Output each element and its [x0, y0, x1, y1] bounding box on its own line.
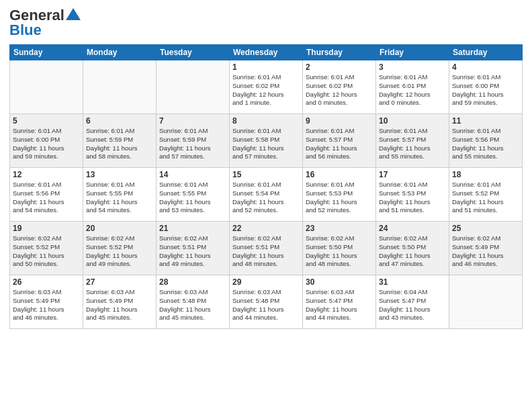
calendar-cell: 9Sunrise: 6:01 AM Sunset: 5:57 PM Daylig…	[303, 114, 376, 168]
day-number: 22	[232, 224, 300, 233]
day-info: Sunrise: 6:01 AM Sunset: 5:53 PM Dayligh…	[379, 181, 446, 215]
day-number: 9	[306, 116, 373, 126]
logo-icon	[66, 8, 81, 20]
calendar-cell: 7Sunrise: 6:01 AM Sunset: 5:59 PM Daylig…	[157, 114, 230, 168]
calendar-week-1: 1Sunrise: 6:01 AM Sunset: 6:02 PM Daylig…	[10, 60, 523, 114]
day-number: 29	[232, 277, 300, 287]
day-info: Sunrise: 6:01 AM Sunset: 6:02 PM Dayligh…	[232, 73, 300, 107]
calendar-cell: 17Sunrise: 6:01 AM Sunset: 5:53 PM Dayli…	[376, 168, 449, 222]
weekday-header-wednesday: Wednesday	[230, 45, 303, 60]
day-number: 24	[379, 224, 446, 233]
day-number: 7	[159, 116, 226, 126]
day-info: Sunrise: 6:01 AM Sunset: 6:00 PM Dayligh…	[452, 73, 519, 107]
day-number: 8	[232, 116, 300, 126]
day-info: Sunrise: 6:01 AM Sunset: 5:52 PM Dayligh…	[452, 181, 519, 215]
day-info: Sunrise: 6:01 AM Sunset: 5:55 PM Dayligh…	[159, 181, 226, 215]
calendar-cell: 30Sunrise: 6:03 AM Sunset: 5:47 PM Dayli…	[303, 275, 376, 329]
day-number: 17	[379, 170, 446, 179]
weekday-header-friday: Friday	[376, 45, 449, 60]
day-info: Sunrise: 6:01 AM Sunset: 5:59 PM Dayligh…	[159, 127, 226, 161]
weekday-header-monday: Monday	[83, 45, 157, 60]
svg-marker-0	[66, 8, 81, 20]
day-number: 3	[379, 62, 446, 72]
day-number: 16	[306, 170, 373, 179]
day-info: Sunrise: 6:03 AM Sunset: 5:49 PM Dayligh…	[13, 288, 80, 322]
calendar-cell	[10, 60, 83, 114]
weekday-header-saturday: Saturday	[449, 45, 523, 60]
page-header: General Blue	[9, 7, 523, 39]
day-number: 30	[306, 277, 373, 287]
logo: General Blue	[9, 7, 81, 39]
calendar-cell: 14Sunrise: 6:01 AM Sunset: 5:55 PM Dayli…	[157, 168, 230, 222]
calendar-cell: 27Sunrise: 6:03 AM Sunset: 5:49 PM Dayli…	[83, 275, 157, 329]
calendar-cell: 1Sunrise: 6:01 AM Sunset: 6:02 PM Daylig…	[230, 60, 303, 114]
day-number: 23	[306, 224, 373, 233]
calendar-cell: 19Sunrise: 6:02 AM Sunset: 5:52 PM Dayli…	[10, 222, 83, 275]
calendar-cell	[83, 60, 157, 114]
day-info: Sunrise: 6:01 AM Sunset: 5:57 PM Dayligh…	[306, 127, 373, 161]
day-number: 5	[13, 116, 80, 126]
day-info: Sunrise: 6:02 AM Sunset: 5:50 PM Dayligh…	[306, 234, 373, 269]
calendar-cell: 22Sunrise: 6:02 AM Sunset: 5:51 PM Dayli…	[230, 222, 303, 275]
calendar-cell: 21Sunrise: 6:02 AM Sunset: 5:51 PM Dayli…	[157, 222, 230, 275]
calendar-cell: 23Sunrise: 6:02 AM Sunset: 5:50 PM Dayli…	[303, 222, 376, 275]
day-number: 20	[86, 224, 153, 233]
calendar-cell	[157, 60, 230, 114]
day-number: 1	[232, 62, 300, 72]
day-info: Sunrise: 6:01 AM Sunset: 5:58 PM Dayligh…	[232, 127, 300, 161]
calendar-header-row: SundayMondayTuesdayWednesdayThursdayFrid…	[10, 45, 523, 60]
day-number: 11	[452, 116, 519, 126]
day-number: 25	[452, 224, 519, 233]
calendar-cell: 28Sunrise: 6:03 AM Sunset: 5:48 PM Dayli…	[157, 275, 230, 329]
day-number: 27	[86, 277, 153, 287]
calendar-cell	[449, 275, 523, 329]
day-number: 26	[13, 277, 80, 287]
day-info: Sunrise: 6:02 AM Sunset: 5:49 PM Dayligh…	[452, 234, 519, 269]
calendar-cell: 16Sunrise: 6:01 AM Sunset: 5:53 PM Dayli…	[303, 168, 376, 222]
calendar-week-3: 12Sunrise: 6:01 AM Sunset: 5:56 PM Dayli…	[10, 168, 523, 222]
calendar: SundayMondayTuesdayWednesdayThursdayFrid…	[9, 44, 523, 329]
day-number: 18	[452, 170, 519, 179]
day-info: Sunrise: 6:02 AM Sunset: 5:51 PM Dayligh…	[159, 234, 226, 269]
calendar-cell: 4Sunrise: 6:01 AM Sunset: 6:00 PM Daylig…	[449, 60, 523, 114]
day-info: Sunrise: 6:01 AM Sunset: 6:00 PM Dayligh…	[13, 127, 80, 161]
calendar-week-2: 5Sunrise: 6:01 AM Sunset: 6:00 PM Daylig…	[10, 114, 523, 168]
calendar-week-5: 26Sunrise: 6:03 AM Sunset: 5:49 PM Dayli…	[10, 275, 523, 329]
calendar-cell: 13Sunrise: 6:01 AM Sunset: 5:55 PM Dayli…	[83, 168, 157, 222]
weekday-header-thursday: Thursday	[303, 45, 376, 60]
calendar-cell: 5Sunrise: 6:01 AM Sunset: 6:00 PM Daylig…	[10, 114, 83, 168]
day-info: Sunrise: 6:03 AM Sunset: 5:48 PM Dayligh…	[232, 288, 300, 322]
weekday-header-sunday: Sunday	[10, 45, 83, 60]
calendar-cell: 8Sunrise: 6:01 AM Sunset: 5:58 PM Daylig…	[230, 114, 303, 168]
calendar-cell: 10Sunrise: 6:01 AM Sunset: 5:57 PM Dayli…	[376, 114, 449, 168]
calendar-cell: 20Sunrise: 6:02 AM Sunset: 5:52 PM Dayli…	[83, 222, 157, 275]
calendar-cell: 18Sunrise: 6:01 AM Sunset: 5:52 PM Dayli…	[449, 168, 523, 222]
day-info: Sunrise: 6:01 AM Sunset: 5:53 PM Dayligh…	[306, 181, 373, 215]
day-info: Sunrise: 6:03 AM Sunset: 5:48 PM Dayligh…	[159, 288, 226, 322]
day-info: Sunrise: 6:02 AM Sunset: 5:52 PM Dayligh…	[86, 234, 153, 269]
day-number: 31	[379, 277, 446, 287]
day-number: 15	[232, 170, 300, 179]
calendar-cell: 25Sunrise: 6:02 AM Sunset: 5:49 PM Dayli…	[449, 222, 523, 275]
day-number: 13	[86, 170, 153, 179]
day-info: Sunrise: 6:02 AM Sunset: 5:50 PM Dayligh…	[379, 234, 446, 269]
day-number: 6	[86, 116, 153, 126]
day-info: Sunrise: 6:01 AM Sunset: 5:59 PM Dayligh…	[86, 127, 153, 161]
calendar-cell: 26Sunrise: 6:03 AM Sunset: 5:49 PM Dayli…	[10, 275, 83, 329]
calendar-cell: 11Sunrise: 6:01 AM Sunset: 5:56 PM Dayli…	[449, 114, 523, 168]
calendar-cell: 15Sunrise: 6:01 AM Sunset: 5:54 PM Dayli…	[230, 168, 303, 222]
day-number: 10	[379, 116, 446, 126]
calendar-cell: 24Sunrise: 6:02 AM Sunset: 5:50 PM Dayli…	[376, 222, 449, 275]
day-info: Sunrise: 6:01 AM Sunset: 5:56 PM Dayligh…	[13, 181, 80, 215]
day-info: Sunrise: 6:03 AM Sunset: 5:47 PM Dayligh…	[306, 288, 373, 322]
day-info: Sunrise: 6:01 AM Sunset: 5:54 PM Dayligh…	[232, 181, 300, 215]
day-number: 12	[13, 170, 80, 179]
day-number: 2	[306, 62, 373, 72]
day-number: 28	[159, 277, 226, 287]
calendar-cell: 3Sunrise: 6:01 AM Sunset: 6:01 PM Daylig…	[376, 60, 449, 114]
day-number: 19	[13, 224, 80, 233]
calendar-cell: 2Sunrise: 6:01 AM Sunset: 6:02 PM Daylig…	[303, 60, 376, 114]
calendar-cell: 29Sunrise: 6:03 AM Sunset: 5:48 PM Dayli…	[230, 275, 303, 329]
day-info: Sunrise: 6:01 AM Sunset: 5:56 PM Dayligh…	[452, 127, 519, 161]
day-info: Sunrise: 6:04 AM Sunset: 5:47 PM Dayligh…	[379, 288, 446, 322]
